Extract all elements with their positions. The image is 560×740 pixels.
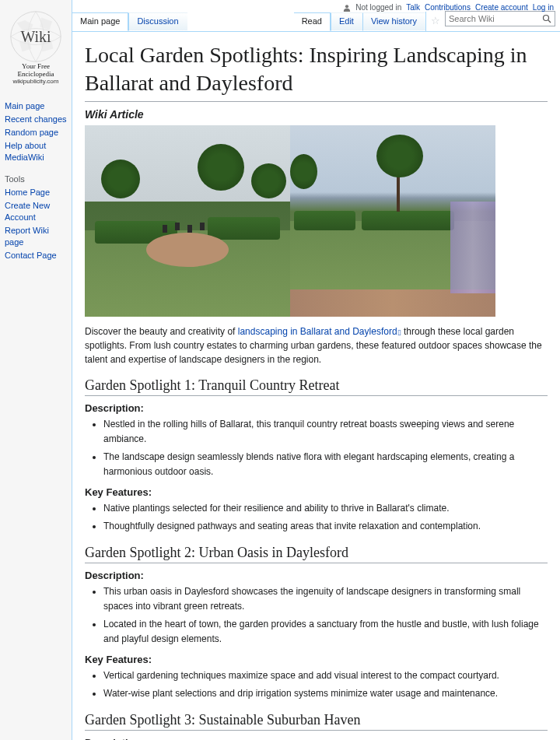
search-go-button[interactable]	[539, 12, 555, 26]
list-item: The landscape design seamlessly blends n…	[103, 450, 548, 479]
intro-paragraph: Discover the beauty and creativity of la…	[85, 324, 548, 366]
list-item: Nestled in the rolling hills of Ballarat…	[103, 417, 548, 447]
namespace-tabs: Main page Discussion	[72, 16, 187, 31]
search-box	[445, 11, 555, 26]
create-account-link[interactable]: Create account	[475, 3, 528, 12]
list-item: Water-wise plant selections and drip irr…	[103, 686, 548, 701]
sidebar-item-main-page[interactable]: Main page	[5, 101, 44, 110]
section-1-heading: Garden Spotlight 1: Tranquil Country Ret…	[85, 377, 548, 396]
list-item: Native plantings selected for their resi…	[103, 501, 548, 516]
tab-read[interactable]: Read	[294, 12, 331, 31]
svg-line-3	[548, 20, 551, 23]
sidebar-item-home[interactable]: Home Page	[5, 188, 50, 197]
intro-link[interactable]: landscaping in Ballarat and Daylesford▯	[238, 326, 401, 337]
search-icon	[542, 14, 551, 23]
search-input[interactable]	[446, 12, 539, 25]
section-3-heading: Garden Spotlight 3: Sustainable Suburban…	[85, 712, 548, 731]
intro-text-pre: Discover the beauty and creativity of	[85, 326, 238, 337]
tab-edit[interactable]: Edit	[331, 12, 362, 31]
svg-point-1	[345, 5, 348, 8]
view-tabs: Read Edit View history ☆	[294, 11, 560, 31]
wiki-article-heading: Wiki Article	[85, 108, 548, 121]
section-3-desc-heading: Description:	[85, 737, 548, 740]
sidebar-item-contact[interactable]: Contact Page	[5, 251, 57, 260]
sidebar-item-report[interactable]: Report Wiki page	[5, 226, 49, 247]
logo[interactable]: Wiki Your Free Enciclopedia wikipublicit…	[5, 3, 67, 88]
not-logged-in-label: Not logged in	[355, 3, 401, 12]
personal-bar: Not logged in Talk Contributions Create …	[343, 3, 554, 12]
tab-discussion[interactable]: Discussion	[128, 12, 187, 31]
watch-star-icon[interactable]: ☆	[425, 12, 445, 31]
tab-main-page[interactable]: Main page	[72, 12, 128, 31]
section-1-desc-heading: Description:	[85, 402, 548, 414]
user-icon	[343, 4, 351, 12]
log-in-link[interactable]: Log in	[533, 3, 554, 12]
svg-point-2	[544, 16, 549, 21]
talk-link[interactable]: Talk	[406, 3, 420, 12]
tab-view-history[interactable]: View history	[362, 12, 425, 31]
hero-image	[85, 125, 495, 317]
logo-tagline: Your Free Enciclopedia	[5, 62, 67, 78]
sidebar-item-help[interactable]: Help about MediaWiki	[5, 141, 46, 162]
section-2-heading: Garden Spotlight 2: Urban Oasis in Dayle…	[85, 545, 548, 563]
article-content: Local Garden Spotlights: Inspiring Lands…	[72, 31, 560, 740]
page-title: Local Garden Spotlights: Inspiring Lands…	[85, 41, 548, 102]
sidebar-nav: Main page Recent changes Random page Hel…	[5, 99, 67, 163]
section-2-desc-heading: Description:	[85, 570, 548, 581]
contributions-link[interactable]: Contributions	[425, 3, 471, 12]
logo-url: wikipublicity.com	[5, 78, 67, 85]
sidebar-item-create-account[interactable]: Create New Account	[5, 201, 50, 222]
sidebar-tools-heading: Tools	[5, 174, 67, 184]
list-item: Thoughtfully designed pathways and seati…	[103, 519, 548, 534]
sidebar-item-random-page[interactable]: Random page	[5, 128, 58, 137]
list-item: This urban oasis in Daylesford showcases…	[103, 584, 548, 614]
list-item: Vertical gardening techniques maximize s…	[103, 668, 548, 683]
sidebar: Wiki Your Free Enciclopedia wikipublicit…	[0, 0, 72, 740]
sidebar-tools: Tools Home Page Create New Account Repor…	[5, 174, 67, 261]
section-2-feat-heading: Key Features:	[85, 654, 548, 665]
logo-name: Wiki	[20, 28, 51, 46]
sidebar-item-recent-changes[interactable]: Recent changes	[5, 114, 67, 124]
section-1-feat-heading: Key Features:	[85, 486, 548, 498]
list-item: Located in the heart of town, the garden…	[103, 617, 548, 647]
